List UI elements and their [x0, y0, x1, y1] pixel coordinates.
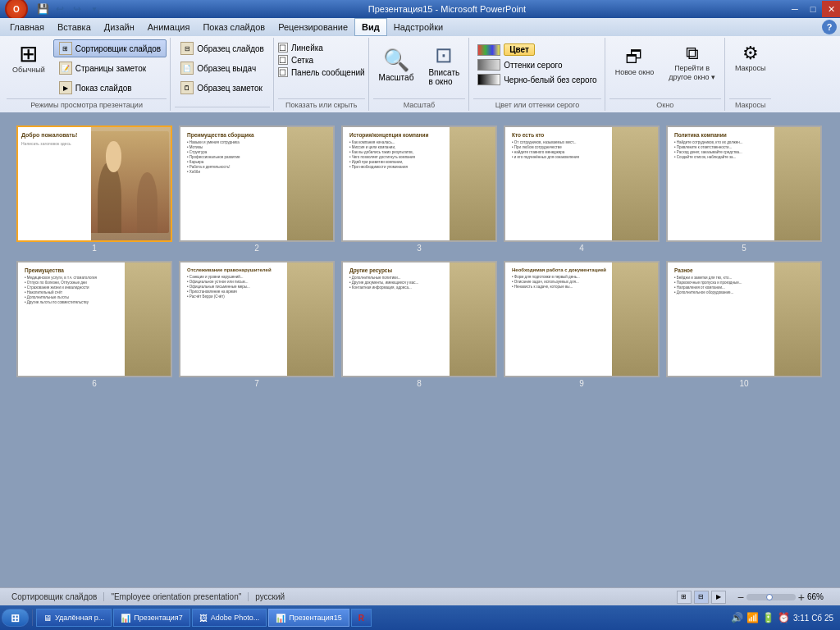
show-hide-checkboxes: ☐ Линейка ☐ Сетка ☐ Панель сообщений: [278, 39, 365, 80]
taskbar-item-1[interactable]: 🖥Удалённая р...: [36, 609, 112, 627]
normal-view-label: Обычный: [12, 66, 45, 75]
close-button[interactable]: ✕: [822, 1, 840, 17]
tab-slideshow[interactable]: Показ слайдов: [196, 18, 272, 36]
system-time: 3:11 Сб 25: [793, 614, 833, 623]
ribbon-toolbar: ⊞ Обычный ⊞ Сортировщик слайдов 📝 Страни…: [0, 36, 840, 112]
grid-checkbox[interactable]: ☐ Сетка: [278, 55, 365, 65]
slide-frame-5[interactable]: Политика компании • Найдите сотрудников,…: [666, 126, 822, 242]
slide-master-button[interactable]: ⊟ Образец слайдов: [175, 39, 270, 57]
macros-button[interactable]: ⚙ Макросы: [729, 39, 772, 76]
taskbar-item-4[interactable]: 📊Презентация15: [268, 609, 349, 627]
grid-check-box[interactable]: ☐: [278, 55, 288, 65]
arrange-windows-button[interactable]: ⧉ Перейти в другое окно ▾: [663, 39, 721, 85]
zoom-control: − + 66%: [733, 591, 835, 604]
slide-thumb-8[interactable]: Другие ресурсы • Дополнительные политики…: [341, 261, 497, 388]
slideshow-view-button[interactable]: ▶ Показ слайдов: [53, 79, 167, 97]
ruler-checkbox[interactable]: ☐ Линейка: [278, 43, 365, 52]
master-buttons: ⊟ Образец слайдов 📄 Образец выдач 🗒 Обра…: [175, 39, 270, 97]
slide-frame-6[interactable]: Преимущества • Медицинское услуги, в т.ч…: [16, 261, 172, 377]
zoom-button[interactable]: 🔍 Масштаб: [373, 39, 420, 89]
sorter-view-icon-btn[interactable]: ⊟: [694, 591, 709, 604]
slide-frame-10[interactable]: Разное • Бейджи и заметки для тех, кто..…: [666, 261, 822, 377]
presentation-name-status: "Employee orientation presentation": [104, 592, 249, 601]
slide-grid: Добро пожаловать! Написать заголовок зде…: [16, 126, 824, 388]
slide-number-3: 3: [417, 244, 422, 253]
language-status: русский: [249, 592, 291, 601]
help-button[interactable]: ?: [822, 20, 837, 34]
handout-master-button[interactable]: 📄 Образец выдач: [175, 59, 270, 77]
bw-option[interactable]: Черно-белый без серого: [475, 73, 599, 86]
redo-quick-btn[interactable]: ↪: [70, 2, 84, 16]
grayscale-swatch: [477, 59, 500, 71]
master-views-label: [175, 107, 270, 109]
normal-view-icon-btn[interactable]: ⊞: [677, 591, 692, 604]
maximize-button[interactable]: □: [804, 1, 822, 17]
message-bar-check-box[interactable]: ☐: [278, 67, 288, 77]
grayscale-option[interactable]: Оттенки серого: [475, 58, 599, 71]
tab-design[interactable]: Дизайн: [98, 18, 141, 36]
taskbar-item-3[interactable]: 🖼Adobe Photo...: [192, 609, 267, 627]
fit-icon: ⊡: [435, 43, 453, 68]
slide-frame-2[interactable]: Преимущества сборщика • Навыки и умения …: [179, 126, 335, 242]
slide-thumb-1[interactable]: Добро пожаловать! Написать заголовок зде…: [16, 126, 172, 253]
slide-number-7: 7: [254, 379, 259, 388]
window-label: Окно: [609, 98, 721, 109]
tab-review[interactable]: Рецензирование: [272, 18, 354, 36]
status-view-icons: ⊞ ⊟ ▶: [670, 591, 733, 604]
slide-frame-7[interactable]: Отслеживание правонарушителей • Санкции …: [179, 261, 335, 377]
slide-frame-3[interactable]: История/концепция компании • Как компани…: [341, 126, 497, 242]
slide-frame-1[interactable]: Добро пожаловать! Написать заголовок зде…: [16, 126, 172, 242]
taskbar-item-2[interactable]: 📊Презентация7: [113, 609, 189, 627]
view-modes-group: ⊞ Обычный ⊞ Сортировщик слайдов 📝 Страни…: [3, 38, 171, 111]
slide-row-2: Преимущества • Медицинское услуги, в т.ч…: [16, 261, 824, 388]
tab-insert[interactable]: Вставка: [51, 18, 98, 36]
tab-home[interactable]: Главная: [3, 18, 51, 36]
start-button[interactable]: ⊞: [2, 609, 29, 627]
notes-master-icon: 🗒: [180, 81, 194, 94]
sorter-view-button[interactable]: ⊞ Сортировщик слайдов: [53, 39, 167, 57]
slide-frame-4[interactable]: Кто есть кто • От сотрудников, называемы…: [504, 126, 660, 242]
slide-thumb-6[interactable]: Преимущества • Медицинское услуги, в т.ч…: [16, 261, 172, 388]
color-option[interactable]: Цвет: [475, 43, 599, 57]
taskbar-separator: [32, 609, 33, 626]
slide-frame-9[interactable]: Необходимая работа с документацией • Фор…: [504, 261, 660, 377]
ruler-check-box[interactable]: ☐: [278, 43, 288, 52]
slide-frame-8[interactable]: Другие ресурсы • Дополнительные политики…: [341, 261, 497, 377]
tray-icon-4[interactable]: ⏰: [778, 612, 790, 623]
tab-animation[interactable]: Анимация: [141, 18, 197, 36]
handout-master-icon: 📄: [180, 62, 194, 75]
customize-quick-btn[interactable]: ▼: [87, 2, 102, 16]
zoom-minus-btn[interactable]: −: [737, 591, 744, 604]
slide-thumb-7[interactable]: Отслеживание правонарушителей • Санкции …: [179, 261, 335, 388]
slide-thumb-2[interactable]: Преимущества сборщика • Навыки и умения …: [179, 126, 335, 253]
slide-thumb-3[interactable]: История/концепция компании • Как компани…: [341, 126, 497, 253]
tray-icon-3[interactable]: 🔋: [762, 612, 774, 623]
notes-master-button[interactable]: 🗒 Образец заметок: [175, 79, 270, 97]
taskbar-item-5[interactable]: R: [351, 609, 372, 627]
taskbar: ⊞ 🖥Удалённая р... 📊Презентация7 🖼Adobe P…: [0, 605, 840, 630]
normal-view-button[interactable]: ⊞ Обычный: [7, 39, 51, 78]
zoom-slider[interactable]: [746, 594, 796, 600]
undo-quick-btn[interactable]: ↩: [52, 2, 67, 16]
notes-view-button[interactable]: 📝 Страницы заметок: [53, 59, 167, 77]
master-views-group: ⊟ Образец слайдов 📄 Образец выдач 🗒 Обра…: [171, 38, 274, 111]
status-bar: Сортировщик слайдов "Employee orientatio…: [0, 587, 840, 605]
message-bar-checkbox[interactable]: ☐ Панель сообщений: [278, 67, 365, 77]
tab-addins[interactable]: Надстройки: [387, 18, 450, 36]
tray-icon-1[interactable]: 🔊: [731, 612, 743, 623]
tab-view[interactable]: Вид: [354, 18, 387, 36]
fit-window-button[interactable]: ⊡ Вписать в окно: [422, 39, 465, 89]
minimize-button[interactable]: ─: [786, 1, 804, 17]
slide-thumb-9[interactable]: Необходимая работа с документацией • Фор…: [504, 261, 660, 388]
slide-thumb-10[interactable]: Разное • Бейджи и заметки для тех, кто..…: [666, 261, 822, 388]
tray-icon-2[interactable]: 📶: [746, 612, 759, 623]
save-quick-btn[interactable]: 💾: [35, 2, 50, 16]
slideshow-view-icon-btn[interactable]: ▶: [711, 591, 726, 604]
slide-thumb-4[interactable]: Кто есть кто • От сотрудников, называемы…: [504, 126, 660, 253]
new-window-button[interactable]: 🗗 Новое окно: [609, 39, 660, 85]
slide-number-6: 6: [92, 379, 97, 388]
slide-sorter-area[interactable]: Добро пожаловать! Написать заголовок зде…: [0, 112, 840, 587]
slide-thumb-5[interactable]: Политика компании • Найдите сотрудников,…: [666, 126, 822, 253]
zoom-plus-btn[interactable]: +: [798, 591, 805, 604]
new-window-icon: 🗗: [625, 47, 643, 68]
